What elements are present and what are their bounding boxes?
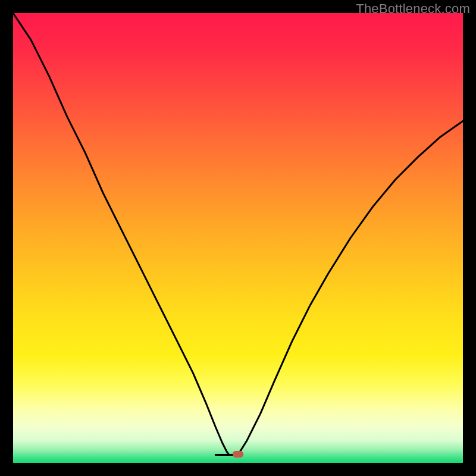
chart-frame: TheBottleneck.com — [0, 0, 476, 476]
bottleneck-curve — [13, 13, 463, 463]
min-marker — [233, 451, 243, 458]
curve-path — [13, 13, 463, 455]
plot-area — [13, 13, 463, 463]
